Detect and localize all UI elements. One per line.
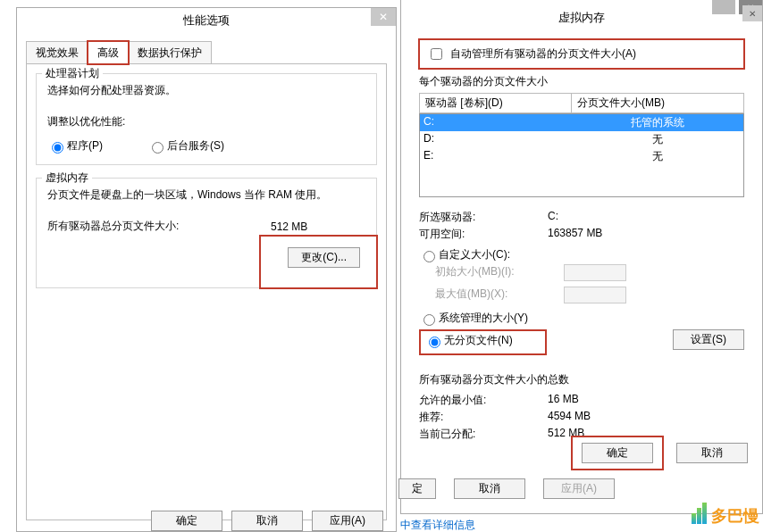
logo-text: 多巴慢	[711, 505, 759, 527]
dialog2-body: 自动管理所有驱动器的分页文件大小(A) 每个驱动器的分页文件大小 驱动器 [卷标…	[401, 30, 762, 453]
radio-programs[interactable]: 程序(P)	[47, 138, 103, 154]
avail-space-value: 163857 MB	[548, 227, 602, 242]
totals-header: 所有驱动器分页文件大小的总数	[419, 372, 744, 387]
each-drive-label: 每个驱动器的分页文件大小	[419, 74, 744, 89]
tab-dep[interactable]: 数据执行保护	[128, 41, 212, 64]
processor-legend: 处理器计划	[42, 66, 103, 81]
auto-manage-checkbox[interactable]: 自动管理所有驱动器的分页文件大小(A)	[427, 46, 736, 62]
under-ok[interactable]: 定	[398, 478, 436, 499]
logo-bars-icon	[692, 503, 708, 528]
tab-visual-effects[interactable]: 视觉效果	[26, 41, 88, 64]
auto-manage-wrap: 自动管理所有驱动器的分页文件大小(A)	[419, 39, 744, 69]
radio-background-input[interactable]	[152, 142, 164, 154]
radio-system-managed[interactable]: 系统管理的大小(Y)	[419, 311, 744, 326]
auto-manage-input[interactable]	[431, 48, 442, 60]
under-cancel[interactable]: 取消	[454, 478, 525, 499]
total-paging-value: 512 MB	[271, 220, 307, 233]
titlebar[interactable]: 虚拟内存 ✕	[401, 5, 762, 30]
max-size-label: 最大值(MB)(X):	[435, 287, 564, 303]
apply-button[interactable]: 应用(A)	[312, 511, 383, 531]
vmem-legend: 虚拟内存	[42, 170, 92, 186]
col-paging[interactable]: 分页文件大小(MB)	[571, 93, 744, 113]
selected-drive-value: C:	[548, 210, 558, 225]
vm-ok-button[interactable]: 确定	[582, 443, 653, 463]
avail-space-label: 可用空间:	[419, 227, 548, 242]
dialog1-title: 性能选项	[17, 12, 396, 29]
tab-advanced[interactable]: 高级	[88, 41, 129, 64]
change-button[interactable]: 更改(C)...	[288, 247, 360, 268]
drive-list[interactable]: C: 托管的系统 D: 无 E: 无	[419, 113, 744, 197]
radio-background[interactable]: 后台服务(S)	[147, 138, 224, 154]
ok-button[interactable]: 确定	[151, 511, 222, 531]
vmem-desc: 分页文件是硬盘上的一块区域，Windows 当作 RAM 使用。	[47, 187, 365, 203]
col-drive[interactable]: 驱动器 [卷标](D)	[419, 93, 571, 113]
tabs: 视觉效果 高级 数据执行保护	[26, 40, 387, 63]
drive-list-header: 驱动器 [卷标](D) 分页文件大小(MB)	[419, 93, 744, 113]
min-allowed-label: 允许的最小值:	[419, 393, 548, 408]
initial-size-input	[564, 264, 626, 281]
virtual-memory-group: 虚拟内存 分页文件是硬盘上的一块区域，Windows 当作 RAM 使用。 所有…	[36, 178, 377, 288]
cancel-button[interactable]: 取消	[231, 511, 303, 531]
selected-drive-label: 所选驱动器:	[419, 210, 548, 225]
list-item[interactable]: C: 托管的系统	[420, 114, 743, 131]
list-item[interactable]: E: 无	[420, 148, 743, 165]
close-icon[interactable]: ✕	[742, 5, 762, 21]
hidden-lower-buttons: 定 取消 应用(A)	[398, 478, 615, 499]
radio-nopaging-input[interactable]	[429, 337, 440, 348]
min-allowed-value: 16 MB	[548, 393, 579, 408]
recommended-value: 4594 MB	[548, 410, 591, 425]
dialog2-title: 虚拟内存	[401, 10, 762, 26]
list-item[interactable]: D: 无	[420, 131, 743, 148]
dialog1-buttons: 确定 取消 应用(A)	[151, 511, 383, 531]
max-size-input	[564, 287, 626, 303]
virtual-memory-dialog: ✕ 虚拟内存 ✕ 自动管理所有驱动器的分页文件大小(A) 每个驱动器的分页文件大…	[400, 0, 763, 514]
radio-no-paging[interactable]: 无分页文件(N)	[424, 333, 513, 348]
performance-options-dialog: 性能选项 ✕ 视觉效果 高级 数据执行保护 处理器计划 选择如何分配处理器资源。…	[16, 7, 397, 532]
set-button[interactable]: 设置(S)	[673, 329, 744, 350]
radio-system-input[interactable]	[423, 314, 435, 326]
radio-programs-input[interactable]	[52, 142, 63, 154]
close-icon[interactable]: ✕	[371, 8, 396, 26]
total-paging-label: 所有驱动器总分页文件大小:	[47, 219, 271, 234]
details-link[interactable]: 中查看详细信息	[400, 518, 475, 532]
titlebar[interactable]: 性能选项 ✕	[17, 8, 396, 33]
vm-cancel-button[interactable]: 取消	[676, 443, 748, 463]
under-apply[interactable]: 应用(A)	[543, 478, 615, 499]
processor-desc: 选择如何分配处理器资源。	[47, 83, 365, 98]
adjust-label: 调整以优化性能:	[47, 114, 365, 129]
processor-scheduling-group: 处理器计划 选择如何分配处理器资源。 调整以优化性能: 程序(P) 后台服务(S…	[36, 73, 377, 165]
watermark-logo: 多巴慢	[692, 503, 759, 528]
radio-custom-size[interactable]: 自定义大小(C):	[419, 247, 744, 262]
tab-content: 处理器计划 选择如何分配处理器资源。 调整以优化性能: 程序(P) 后台服务(S…	[26, 63, 387, 520]
current-label: 当前已分配:	[419, 427, 548, 442]
radio-custom-input[interactable]	[423, 251, 435, 262]
recommended-label: 推荐:	[419, 410, 548, 425]
initial-size-label: 初始大小(MB)(I):	[435, 264, 564, 281]
